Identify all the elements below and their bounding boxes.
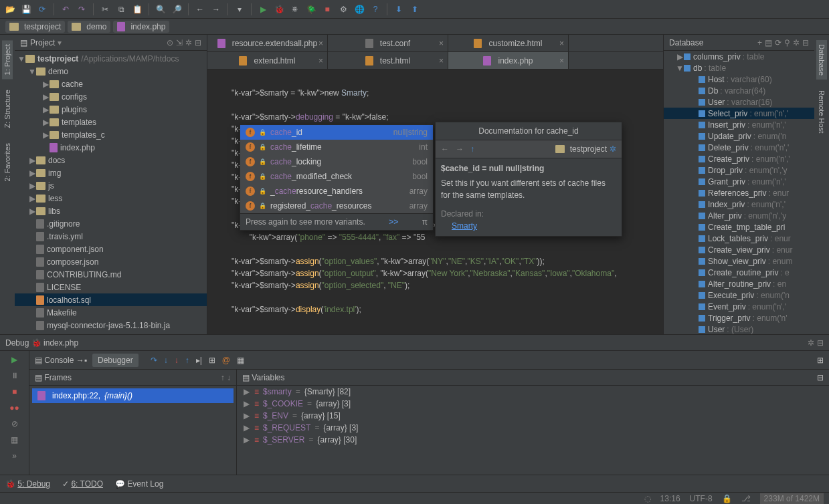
completion-popup[interactable]: f 🔒 cache_idnull|stringf 🔒 cache_lifetim… — [240, 124, 434, 231]
sync-up-icon[interactable]: ⬆ — [409, 3, 421, 15]
paste-icon[interactable]: 📋 — [131, 3, 143, 15]
forward-icon[interactable]: → — [210, 3, 222, 15]
code-line[interactable]: "k-var">$smarty->assign("option_values",… — [232, 255, 663, 267]
code-line[interactable] — [232, 99, 663, 111]
run-icon[interactable]: ▶ — [257, 3, 269, 15]
completion-item[interactable]: f 🔒 cache_idnull|string — [240, 125, 433, 140]
code-line[interactable] — [232, 75, 663, 87]
zoom-in-icon[interactable]: 🔍 — [155, 3, 167, 15]
doc-up-icon[interactable]: ↑ — [470, 143, 474, 155]
editor-tab[interactable]: customize.html× — [448, 35, 569, 51]
db-add-icon[interactable]: + — [757, 38, 762, 47]
footer-enc[interactable]: UTF-8 — [690, 494, 713, 503]
editor-tab[interactable]: resource.extendsall.php× — [207, 35, 328, 51]
tree-item[interactable]: CONTRIBUTING.md — [15, 268, 207, 281]
db-row[interactable]: Trigger_priv: enum('n' — [664, 312, 814, 324]
code-line[interactable]: "k-var">$smarty->display('index.tpl'); — [232, 303, 663, 316]
help-icon[interactable]: ? — [369, 3, 381, 15]
db-row[interactable]: Db: varchar(64) — [664, 85, 814, 96]
tree-item[interactable]: Makefile — [15, 306, 207, 319]
redo-icon[interactable]: ↷ — [76, 3, 88, 15]
close-icon[interactable]: × — [318, 56, 323, 66]
tree-item[interactable]: ▶less — [15, 192, 207, 205]
tab-favorites[interactable]: 2: Favorites — [2, 139, 13, 185]
code-line[interactable]: "k-var">$smarty->assign("option_selected… — [232, 279, 663, 291]
close-icon[interactable]: × — [559, 56, 564, 66]
db-row[interactable]: ▶columns_priv: table — [664, 51, 814, 62]
tree-demo[interactable]: ▼demo — [15, 65, 207, 78]
debug-hide-icon[interactable]: ⊟ — [817, 338, 824, 348]
tab-structure[interactable]: Z: Structure — [2, 86, 13, 132]
crumb-demo[interactable]: demo — [68, 21, 110, 33]
tree-item[interactable]: ▶cache — [15, 78, 207, 90]
toggle-icon[interactable]: ▦ — [237, 356, 244, 365]
update-icon[interactable]: ⚙ — [337, 3, 349, 15]
crumb-file[interactable]: index.php — [113, 21, 169, 33]
completion-item[interactable]: f 🔒 _cacheresource_handlersarray — [240, 184, 433, 199]
db-row[interactable]: Update_priv: enum('n — [664, 130, 814, 142]
frame-item[interactable]: index.php:22, {main}() — [32, 388, 234, 403]
variable-row[interactable]: ▶≡$smarty = {Smarty} [82] — [237, 386, 829, 398]
tree-item[interactable]: composer.json — [15, 255, 207, 268]
open-icon[interactable]: 📂 — [4, 3, 16, 15]
tree-item[interactable]: ▶js — [15, 179, 207, 192]
code-line[interactable] — [232, 243, 663, 255]
db-row[interactable]: Create_routine_priv: e — [664, 267, 814, 278]
pause-icon[interactable]: ⏸ — [11, 371, 19, 380]
variable-row[interactable]: ▶≡$_REQUEST = {array} [3] — [237, 422, 829, 434]
doc-back-icon[interactable]: ← — [441, 143, 449, 155]
doc-forward-icon[interactable]: → — [456, 143, 464, 155]
step-into-icon[interactable]: ↓ — [164, 356, 168, 365]
stop-icon[interactable]: ■ — [12, 387, 17, 396]
status-todo[interactable]: ✓ 6: TODO — [62, 479, 103, 489]
debug-gear-icon[interactable]: ✲ — [808, 338, 814, 348]
documentation-popup[interactable]: Documentation for cache_id ← → ↑ testpro… — [435, 122, 622, 237]
frame-down-icon[interactable]: ↓ — [227, 373, 231, 382]
zoom-out-icon[interactable]: 🔎 — [171, 3, 183, 15]
gear-icon[interactable]: ✲ — [185, 38, 192, 47]
tree-item[interactable]: ▶docs — [15, 154, 207, 166]
undo-icon[interactable]: ↶ — [60, 3, 72, 15]
variable-row[interactable]: ▶≡$_COOKIE = {array} [3] — [237, 398, 829, 410]
view-breakpoints-icon[interactable]: ●● — [9, 403, 19, 412]
crumb-project[interactable]: testproject — [5, 21, 65, 33]
code-line[interactable]: "k-var">$smarty->assign("option_output",… — [232, 267, 663, 279]
tree-item[interactable]: ▶libs — [15, 205, 207, 217]
step-over-icon[interactable]: ↷ — [151, 356, 157, 365]
tab-project[interactable]: 1: Project — [2, 40, 13, 79]
tree-item[interactable]: .gitignore — [15, 217, 207, 230]
stop-icon[interactable]: ■ — [321, 3, 333, 15]
db-row[interactable]: Alter_routine_priv: en — [664, 278, 814, 289]
doc-link[interactable]: Smarty — [452, 220, 616, 232]
completion-item[interactable]: f 🔒 cache_lockingbool — [240, 154, 433, 169]
coverage-icon[interactable]: ⛯ — [289, 3, 301, 15]
close-icon[interactable]: × — [318, 39, 323, 48]
debug2-icon[interactable]: 🪲 — [305, 3, 317, 15]
run-to-cursor-icon[interactable]: ▸| — [196, 356, 202, 365]
db-row[interactable]: Select_priv: enum('n',' — [664, 108, 814, 119]
mute-breakpoints-icon[interactable]: ⊘ — [11, 419, 18, 428]
db-row[interactable]: Index_priv: enum('n',' — [664, 199, 814, 210]
db-row[interactable]: ▼db: table — [664, 62, 814, 74]
status-debug[interactable]: 🐞 5: Debug — [5, 479, 50, 489]
refresh-icon[interactable]: ⟳ — [36, 3, 48, 15]
save-icon[interactable]: 💾 — [20, 3, 32, 15]
db-refresh-icon[interactable]: ⟳ — [775, 38, 781, 47]
tree-item[interactable]: ▶configs — [15, 90, 207, 103]
db-gear-icon[interactable]: ✲ — [793, 38, 800, 47]
db-row[interactable]: Grant_priv: enum('n',' — [664, 176, 814, 187]
editor-tab[interactable]: test.html× — [328, 52, 448, 69]
doc-gear-icon[interactable]: ✲ — [610, 143, 616, 155]
layout-icon[interactable]: ▦ — [11, 435, 18, 445]
restore-layout-icon[interactable]: ⊞ — [817, 356, 824, 365]
tree-item[interactable]: localhost.sql — [15, 293, 207, 306]
db-row[interactable]: Host: varchar(60) — [664, 74, 814, 85]
copy-icon[interactable]: ⧉ — [115, 3, 127, 15]
tree-item[interactable]: component.json — [15, 243, 207, 255]
db-filter-icon[interactable]: ⚲ — [784, 38, 790, 47]
sync-down-icon[interactable]: ⬇ — [393, 3, 405, 15]
project-tree[interactable]: ▼testproject/Applications/MAMP/htdocs ▼d… — [15, 51, 207, 334]
tree-item[interactable]: index.php — [15, 141, 207, 154]
db-row[interactable]: Lock_tables_priv: enur — [664, 233, 814, 244]
variable-row[interactable]: ▶≡$_SERVER = {array} [30] — [237, 434, 829, 446]
